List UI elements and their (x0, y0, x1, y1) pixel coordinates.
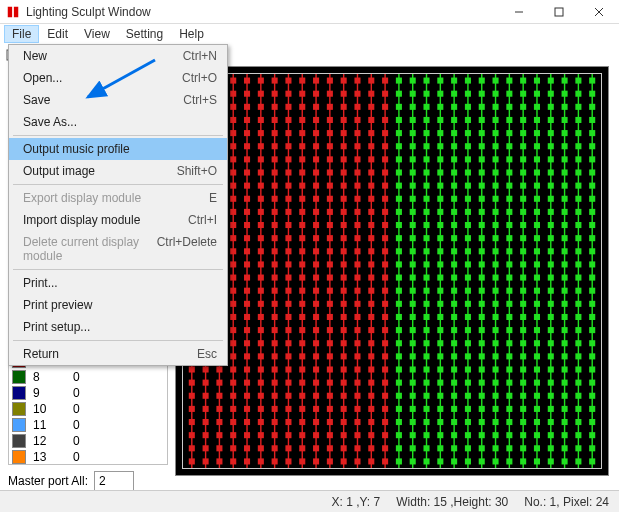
svg-rect-588 (258, 314, 264, 320)
maximize-button[interactable] (539, 0, 579, 24)
menu-help[interactable]: Help (171, 25, 212, 43)
svg-rect-568 (396, 301, 402, 307)
svg-rect-460 (562, 248, 568, 254)
svg-rect-480 (423, 261, 429, 267)
svg-rect-581 (575, 301, 581, 307)
list-row[interactable]: 110 (8, 417, 168, 433)
svg-rect-102 (589, 91, 595, 97)
svg-rect-263 (327, 169, 333, 175)
svg-rect-191 (575, 130, 581, 136)
svg-rect-579 (548, 301, 554, 307)
svg-rect-48 (258, 78, 264, 84)
svg-rect-450 (423, 248, 429, 254)
menu-item-import-display-module[interactable]: Import display moduleCtrl+I (9, 209, 227, 231)
close-button[interactable] (579, 0, 619, 24)
svg-rect-510 (423, 275, 429, 281)
svg-rect-332 (451, 196, 457, 202)
svg-rect-471 (299, 261, 305, 267)
svg-rect-739 (272, 380, 278, 386)
svg-rect-639 (548, 327, 554, 333)
svg-rect-606 (506, 314, 512, 320)
menu-view[interactable]: View (76, 25, 118, 43)
svg-rect-908 (534, 445, 540, 451)
svg-rect-51 (299, 78, 305, 84)
svg-rect-716 (368, 366, 374, 372)
svg-rect-425 (493, 235, 499, 241)
svg-rect-836 (368, 419, 374, 425)
svg-rect-538 (396, 288, 402, 294)
svg-rect-827 (244, 419, 250, 425)
master-port-input[interactable] (94, 471, 134, 491)
svg-rect-734 (203, 380, 209, 386)
menu-item-print-[interactable]: Print... (9, 272, 227, 294)
list-row[interactable]: 90 (8, 385, 168, 401)
menu-file[interactable]: File (4, 25, 39, 43)
svg-rect-3 (555, 8, 563, 16)
list-row[interactable]: 130 (8, 449, 168, 465)
menu-item-output-music-profile[interactable]: Output music profile (9, 138, 227, 160)
svg-rect-650 (285, 340, 291, 346)
svg-rect-677 (244, 353, 250, 359)
svg-rect-829 (272, 419, 278, 425)
menu-setting[interactable]: Setting (118, 25, 171, 43)
svg-rect-412 (313, 235, 319, 241)
list-row[interactable]: 80 (8, 369, 168, 385)
menu-item-output-image[interactable]: Output imageShift+O (9, 160, 227, 182)
svg-rect-348 (258, 209, 264, 215)
svg-rect-806 (368, 406, 374, 412)
menu-edit[interactable]: Edit (39, 25, 76, 43)
svg-rect-170 (285, 130, 291, 136)
svg-rect-411 (299, 235, 305, 241)
svg-rect-635 (493, 327, 499, 333)
svg-rect-286 (230, 183, 236, 189)
svg-rect-422 (451, 235, 457, 241)
svg-rect-458 (534, 248, 540, 254)
svg-rect-864 (341, 432, 347, 438)
svg-rect-740 (285, 380, 291, 386)
svg-rect-549 (548, 288, 554, 294)
canvas-stage[interactable] (175, 66, 609, 476)
menu-item-print-setup-[interactable]: Print setup... (9, 316, 227, 338)
menu-item-save[interactable]: SaveCtrl+S (9, 89, 227, 111)
svg-rect-324 (341, 196, 347, 202)
menu-item-save-as-[interactable]: Save As... (9, 111, 227, 133)
list-row[interactable]: 120 (8, 433, 168, 449)
svg-rect-560 (285, 301, 291, 307)
svg-rect-911 (575, 445, 581, 451)
svg-rect-547 (520, 288, 526, 294)
svg-rect-603 (465, 314, 471, 320)
svg-rect-66 (506, 78, 512, 84)
svg-rect-175 (354, 130, 360, 136)
menu-item-print-preview[interactable]: Print preview (9, 294, 227, 316)
svg-rect-346 (230, 209, 236, 215)
svg-rect-930 (423, 458, 429, 464)
svg-rect-893 (327, 445, 333, 451)
list-row[interactable]: 100 (8, 401, 168, 417)
svg-rect-822 (589, 406, 595, 412)
svg-rect-290 (285, 183, 291, 189)
svg-rect-275 (493, 169, 499, 175)
svg-rect-502 (313, 275, 319, 281)
svg-rect-671 (575, 340, 581, 346)
svg-rect-476 (368, 261, 374, 267)
svg-rect-89 (410, 91, 416, 97)
svg-rect-676 (230, 353, 236, 359)
svg-rect-692 (451, 353, 457, 359)
svg-rect-647 (244, 340, 250, 346)
svg-rect-321 (299, 196, 305, 202)
svg-rect-129 (548, 104, 554, 110)
svg-rect-427 (520, 235, 526, 241)
svg-rect-201 (299, 143, 305, 149)
svg-rect-141 (299, 117, 305, 123)
menu-item-open-[interactable]: Open...Ctrl+O (9, 67, 227, 89)
svg-rect-177 (382, 130, 388, 136)
svg-rect-386 (368, 222, 374, 228)
svg-rect-875 (493, 432, 499, 438)
menu-item-return[interactable]: ReturnEsc (9, 343, 227, 365)
svg-rect-765 (216, 393, 222, 399)
minimize-button[interactable] (499, 0, 539, 24)
svg-rect-354 (341, 209, 347, 215)
menu-item-new[interactable]: NewCtrl+N (9, 45, 227, 67)
svg-rect-811 (437, 406, 443, 412)
svg-rect-243 (465, 156, 471, 162)
